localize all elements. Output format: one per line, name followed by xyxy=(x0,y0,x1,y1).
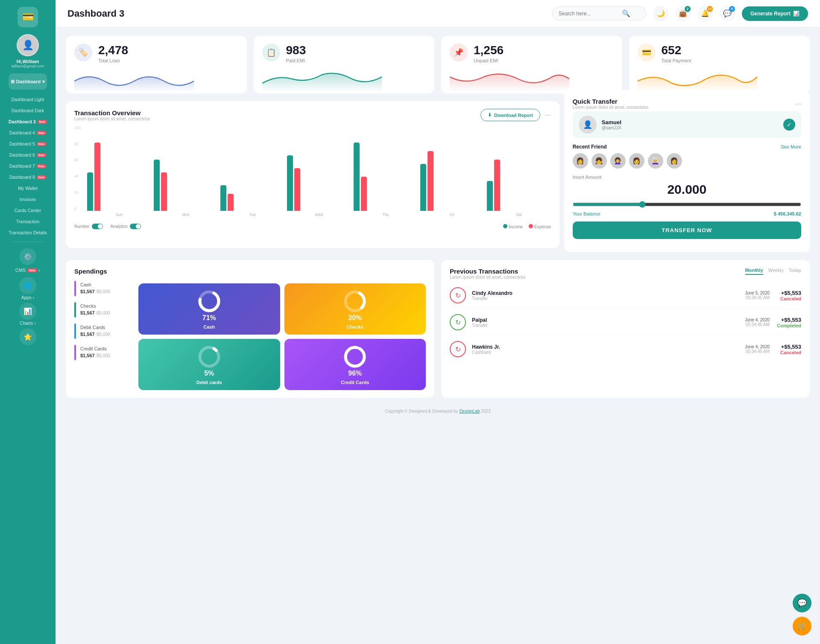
quick-transfer-more-btn[interactable]: ··· xyxy=(795,99,801,108)
bar-group-0 xyxy=(87,143,151,211)
cms-row[interactable]: CMS New › xyxy=(15,268,41,273)
chat-btn[interactable]: 💬 5 xyxy=(720,6,735,21)
quick-transfer-card: Quick Transfer Lorem ipsum dolor sit ame… xyxy=(564,90,810,252)
number-toggle[interactable]: Number xyxy=(74,224,103,229)
friend-avatar-3[interactable]: 👩‍🦱 xyxy=(610,153,626,169)
cash-donut-label: Cash xyxy=(203,324,215,329)
tx-icon-3: ↻ xyxy=(450,341,466,357)
dashboard-dropdown-btn[interactable]: ⊞ Dashboard ▾ xyxy=(9,73,47,90)
support-fab[interactable]: 💬 xyxy=(793,594,811,612)
red-bar-6 xyxy=(494,160,500,211)
tx-time-2: 05:34:45 AM xyxy=(745,322,770,327)
cash-color-bar xyxy=(74,281,76,296)
sidebar-user-email: william@gmail.com xyxy=(11,64,44,68)
see-more-link[interactable]: See More xyxy=(781,144,801,149)
analytics-toggle[interactable]: Analytics xyxy=(111,224,141,229)
total-loan-icon: 🏷️ xyxy=(74,44,92,61)
red-bar-4 xyxy=(361,177,367,211)
tx-type-1: Transfer xyxy=(472,296,512,301)
y-axis: 100 80 60 40 20 0 xyxy=(74,125,81,211)
sidebar-item-dashboard-7[interactable]: Dashboard 7 New xyxy=(0,160,56,172)
debit-donut-svg xyxy=(196,344,222,370)
bar-group-4 xyxy=(354,143,418,211)
sidebar-item-transaction[interactable]: Transaction xyxy=(0,216,56,227)
charts-icon[interactable]: 📊 xyxy=(19,303,36,320)
tab-weekly[interactable]: Weekly xyxy=(768,268,784,275)
cart-fab[interactable]: 🛒 xyxy=(793,617,811,635)
red-bar-0 xyxy=(94,143,100,211)
footer: Copyright © Designed & Developed by Dexi… xyxy=(66,405,810,417)
total-loan-value: 2,478 xyxy=(98,44,128,57)
sidebar-item-dashboard-light[interactable]: Dashboard Light xyxy=(0,94,56,105)
transfer-now-button[interactable]: TRANSFER NOW xyxy=(573,221,801,239)
stat-card-total-loan: 🏷️ 2,478 Total Loan xyxy=(66,36,247,93)
teal-bar-4 xyxy=(354,143,360,211)
tab-today[interactable]: Today xyxy=(789,268,801,275)
apps-icon[interactable]: 🌐 xyxy=(19,277,36,294)
moon-btn[interactable]: 🌙 xyxy=(653,6,668,21)
sidebar-item-dashboard-8[interactable]: Dashboard 8 New xyxy=(0,172,56,183)
spendings-debit-item: Debit Cards $1,567 /$5,000 xyxy=(74,323,130,339)
more-options-btn[interactable]: ··· xyxy=(545,111,551,119)
new-badge: New xyxy=(37,153,46,157)
fab-container: 💬 🛒 xyxy=(793,594,811,635)
balance-label: Your Balance xyxy=(573,211,600,216)
number-toggle-track[interactable] xyxy=(92,224,103,229)
footer-brand-link[interactable]: DexignLab xyxy=(460,409,480,414)
sidebar-item-dashboard-6[interactable]: Dashboard 6 New xyxy=(0,149,56,160)
wallet-btn[interactable]: 👜 2 xyxy=(675,6,691,21)
y-label-40: 40 xyxy=(74,174,81,178)
sidebar-item-dashboard-dark[interactable]: Dashboard Dark xyxy=(0,105,56,116)
cms-new-badge: New xyxy=(27,268,37,272)
bell-btn[interactable]: 🔔 12 xyxy=(697,6,713,21)
tx-icon-1: ↻ xyxy=(450,287,466,303)
sidebar-item-dashboard-5[interactable]: Dashboard 5 New xyxy=(0,138,56,149)
tx-amount-2: +$5,553 xyxy=(776,317,801,323)
sidebar-item-cards-center[interactable]: Cards Center xyxy=(0,205,56,216)
cash-donut-svg xyxy=(196,288,222,314)
friend-avatar-5[interactable]: 👩‍🦳 xyxy=(648,153,663,169)
tx-meta-2: June 4, 2020 05:34:45 AM xyxy=(745,318,770,327)
analytics-toggle-track[interactable] xyxy=(130,224,141,229)
qt-user-name: Samuel xyxy=(602,119,621,125)
bar-day-label-6: Sat xyxy=(487,213,551,217)
chart-legend: Number Analytics Income Expense xyxy=(74,224,551,229)
qt-user-row: 👤 Samuel @sam224 ✓ xyxy=(573,111,801,138)
tx-meta-1: June 5, 2020 05:34:45 AM xyxy=(745,291,770,300)
amount-slider[interactable] xyxy=(573,201,801,208)
tab-monthly[interactable]: Monthly xyxy=(745,268,763,275)
search-input[interactable] xyxy=(559,11,618,17)
bar-day-label-0: Sun xyxy=(87,213,151,217)
tx-row-1: ↻ Cindy Alexandro Transfer June 5, 2020 … xyxy=(450,282,801,309)
cms-icon[interactable]: ⚙️ xyxy=(19,248,36,265)
transaction-overview-subtitle: Lorem ipsum dolor sit amet, consectetur xyxy=(74,117,150,121)
paid-emi-value: 983 xyxy=(286,44,306,57)
friend-avatar-2[interactable]: 👧 xyxy=(592,153,607,169)
sidebar-logo[interactable]: 💳 xyxy=(18,7,38,27)
sidebar-item-invoices[interactable]: Invoices xyxy=(0,194,56,205)
sidebar-item-dashboard-3[interactable]: Dashboard 3 New xyxy=(0,116,56,127)
download-report-button[interactable]: ⬇ Download Report xyxy=(480,109,540,121)
search-box[interactable]: 🔍 xyxy=(552,6,646,20)
loan-wave-chart xyxy=(74,68,194,92)
friend-avatar-1[interactable]: 👩 xyxy=(573,153,588,169)
bar-day-label-1: Mon xyxy=(154,213,218,217)
tx-status-2: Completed xyxy=(776,323,801,328)
apps-label[interactable]: Apps › xyxy=(21,295,34,300)
tx-amount-col-3: +$5,553 Canceled xyxy=(776,344,801,355)
tx-row-3: ↻ Hawkins Jr. Cashback June 4, 2020 05:3… xyxy=(450,336,801,362)
friend-avatar-4[interactable]: 👩 xyxy=(629,153,644,169)
favorites-icon[interactable]: ⭐ xyxy=(19,328,36,345)
teal-bar-5 xyxy=(420,164,426,211)
sidebar-item-dashboard-4[interactable]: Dashboard 4 New xyxy=(0,127,56,138)
sidebar-item-my-wallet[interactable]: My Wallet xyxy=(0,183,56,194)
charts-label[interactable]: Charts › xyxy=(20,321,35,326)
checks-donut-pct: 30% xyxy=(348,314,362,322)
unpaid-emi-label: Unpaid EMI xyxy=(474,58,504,63)
spendings-checks-label: Checks xyxy=(80,303,110,309)
friend-avatar-6[interactable]: 👩 xyxy=(667,153,682,169)
sidebar-item-transaction-details[interactable]: Transaction Details xyxy=(0,227,56,238)
bar-group-2 xyxy=(220,185,284,211)
generate-report-button[interactable]: Generate Report 📊 xyxy=(742,6,808,21)
total-payment-label: Total Payment xyxy=(662,58,691,63)
